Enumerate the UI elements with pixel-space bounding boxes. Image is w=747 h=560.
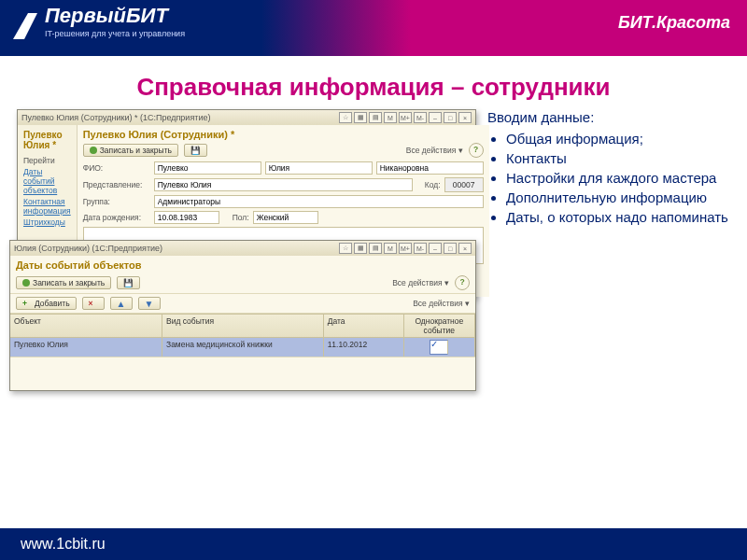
list-item: Контакты [506, 150, 730, 166]
logo-icon [11, 9, 39, 41]
maximize-icon[interactable]: □ [444, 243, 457, 254]
col-event: Вид события [162, 315, 324, 337]
form-title: Пулевко Юлия (Сотрудники) * [83, 129, 484, 140]
col-date: Дата [324, 315, 404, 337]
code-label: Код: [416, 180, 441, 189]
group-field[interactable] [154, 195, 484, 208]
tb-icon[interactable]: M [384, 112, 397, 123]
table-row[interactable]: Пулевко Юлия Замена медицинской книжки 1… [10, 338, 475, 357]
save-icon-button[interactable]: 💾 [184, 144, 207, 157]
list-item: Даты, о которых надо напоминать [506, 209, 730, 225]
header-bar: ПервыйБИТ IT-решения для учета и управле… [0, 0, 747, 56]
list-item: Общая информация; [506, 131, 730, 147]
name-field[interactable] [265, 161, 373, 175]
delete-button[interactable]: × [82, 297, 105, 310]
titlebar-controls: ☆ ▦ ▤ M M+ M- – □ × [339, 243, 472, 254]
sidebar-item[interactable]: Штрихкоды [23, 217, 71, 228]
list-item: Дополнительную информацию [506, 189, 730, 205]
logo: ПервыйБИТ IT-решения для учета и управле… [11, 6, 185, 41]
dob-label: Дата рождения: [83, 213, 150, 222]
tb-icon[interactable]: M- [414, 112, 427, 123]
move-up-button[interactable]: ▲ [110, 297, 133, 310]
tb-icon[interactable]: ☆ [339, 112, 352, 123]
tb-icon[interactable]: M [384, 243, 397, 254]
minimize-icon[interactable]: – [429, 243, 442, 254]
tb-icon[interactable]: M+ [399, 112, 412, 123]
all-actions-dropdown[interactable]: Все действия ▾ [406, 146, 463, 155]
sex-field[interactable] [253, 211, 318, 224]
window-caption: Юлия (Сотрудники) (1С:Предприятие) [14, 244, 162, 253]
save-close-button[interactable]: Записать и закрыть [16, 276, 111, 289]
checkbox-icon[interactable] [430, 340, 448, 355]
fio-label: ФИО: [83, 163, 150, 173]
sidebar-item: Перейти [23, 155, 71, 166]
add-button[interactable]: +Добавить [16, 297, 77, 310]
presentation-label: Представление: [83, 180, 150, 189]
cell-event: Замена медицинской книжки [162, 338, 324, 357]
patronymic-field[interactable] [376, 161, 484, 175]
tb-icon[interactable]: ▤ [369, 112, 382, 123]
cell-date: 11.10.2012 [324, 338, 404, 357]
window-caption: Пулевко Юлия (Сотрудники) * (1С:Предприя… [21, 113, 210, 122]
help-icon[interactable]: ? [455, 275, 470, 290]
form-title: Даты событий объектов [16, 259, 470, 271]
sex-label: Пол: [223, 213, 249, 222]
tb-icon[interactable]: ▦ [354, 243, 367, 254]
move-down-button[interactable]: ▼ [138, 297, 161, 310]
dob-field[interactable] [154, 211, 219, 224]
tb-icon[interactable]: ▦ [354, 112, 367, 123]
table-header: Объект Вид события Дата Однократное собы… [10, 314, 475, 338]
footer-bar: www.1cbit.ru [0, 528, 747, 560]
sidebar-item[interactable]: Контактная информация [23, 196, 71, 217]
titlebar-controls: ☆ ▦ ▤ M M+ M- – □ × [339, 112, 472, 123]
col-single: Однократное событие [404, 315, 475, 337]
bullet-panel: Вводим данные: Общая информация; Контакт… [474, 109, 730, 229]
title-bar: Пулевко Юлия (Сотрудники) * (1С:Предприя… [18, 110, 475, 125]
screenshots-area: Пулевко Юлия (Сотрудники) * (1С:Предприя… [17, 109, 474, 229]
cell-single [404, 338, 475, 357]
tb-icon[interactable]: M- [414, 243, 427, 254]
surname-field[interactable] [154, 161, 261, 175]
brand-label: БИТ.Красота [618, 13, 730, 33]
tb-icon[interactable]: ▤ [369, 243, 382, 254]
logo-text: ПервыйБИТ [45, 6, 185, 26]
list-item: Настройки для каждого мастера [506, 170, 730, 186]
close-icon[interactable]: × [458, 243, 472, 254]
help-icon[interactable]: ? [469, 143, 484, 158]
intro-text: Вводим данные: [487, 109, 730, 125]
close-icon[interactable]: × [458, 112, 472, 123]
col-object: Объект [10, 315, 162, 337]
cell-object: Пулевко Юлия [10, 338, 162, 357]
sidebar-item[interactable]: Даты событий объектов [23, 166, 71, 196]
code-field: 00007 [444, 177, 484, 192]
tb-icon[interactable]: M+ [399, 243, 412, 254]
dates-window: Юлия (Сотрудники) (1С:Предприятие) ☆ ▦ ▤… [9, 240, 476, 391]
footer-url: www.1cbit.ru [21, 536, 106, 553]
presentation-field[interactable] [154, 178, 413, 191]
group-label: Группа: [83, 197, 150, 206]
tb-icon[interactable]: ☆ [339, 243, 352, 254]
title-bar: Юлия (Сотрудники) (1С:Предприятие) ☆ ▦ ▤… [10, 241, 475, 256]
all-actions-dropdown[interactable]: Все действия ▾ [392, 278, 449, 287]
all-actions-dropdown[interactable]: Все действия ▾ [413, 299, 470, 308]
slide-title: Справочная информация – сотрудники [0, 73, 747, 102]
save-close-button[interactable]: Записать и закрыть [83, 144, 178, 157]
logo-tagline: IT-решения для учета и управления [45, 29, 185, 38]
minimize-icon[interactable]: – [429, 112, 442, 123]
save-icon-button[interactable]: 💾 [117, 276, 140, 289]
sidebar-header: Пулевко Юлия * [23, 129, 71, 151]
maximize-icon[interactable]: □ [444, 112, 457, 123]
